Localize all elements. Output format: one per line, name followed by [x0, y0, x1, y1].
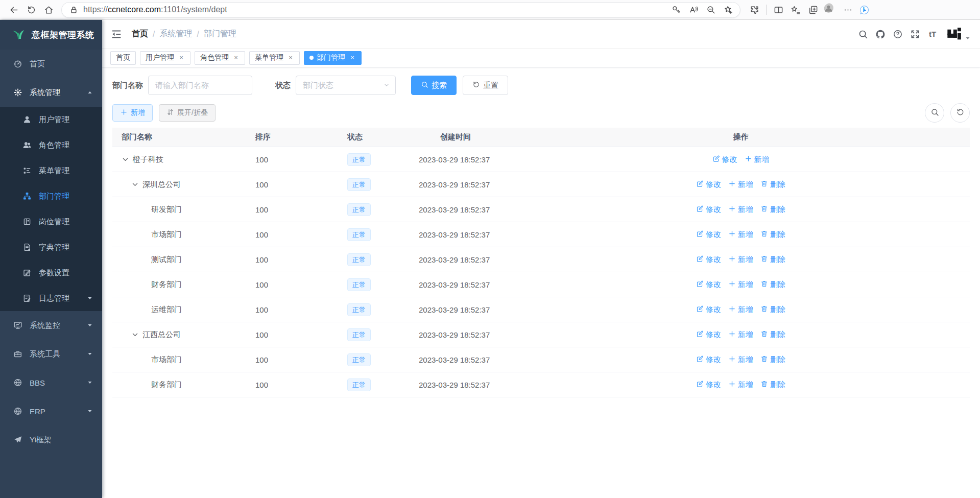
url-text[interactable]: https://ccnetcore.com:1101/system/dept — [83, 5, 667, 14]
tab-首页[interactable]: 首页 — [110, 51, 136, 65]
action-删除[interactable]: 删除 — [760, 205, 785, 215]
action-新增[interactable]: 新增 — [728, 380, 753, 390]
fullscreen-icon[interactable] — [906, 26, 924, 43]
refresh-table-button[interactable] — [950, 103, 970, 123]
sidebar-item-系统管理[interactable]: 系统管理 — [0, 78, 102, 107]
action-新增[interactable]: 新增 — [728, 305, 753, 315]
profile-avatar[interactable] — [822, 2, 839, 17]
sidebar-item-系统监控[interactable]: 系统监控 — [0, 311, 102, 340]
table-row[interactable]: 市场部门100正常2023-03-29 18:52:37修改新增删除 — [112, 222, 970, 247]
read-aloud-icon[interactable] — [685, 2, 702, 17]
action-删除[interactable]: 删除 — [760, 255, 785, 265]
table-row[interactable]: 江西总公司100正常2023-03-29 18:52:37修改新增删除 — [112, 322, 970, 347]
action-新增[interactable]: 新增 — [745, 155, 770, 164]
action-修改[interactable]: 修改 — [696, 305, 721, 315]
action-修改[interactable]: 修改 — [696, 380, 721, 390]
action-删除[interactable]: 删除 — [760, 180, 785, 189]
back-arrow-icon[interactable] — [5, 2, 22, 17]
add-button[interactable]: 新增 — [112, 104, 153, 122]
collections-icon[interactable] — [804, 2, 822, 17]
more-options-icon[interactable] — [839, 2, 856, 17]
action-修改[interactable]: 修改 — [712, 155, 737, 164]
action-删除[interactable]: 删除 — [760, 380, 785, 390]
sidebar-item-字典管理[interactable]: 字典管理 — [0, 234, 102, 260]
add-favorite-icon[interactable] — [720, 2, 737, 17]
sidebar-collapse-icon[interactable] — [110, 28, 123, 40]
zoom-out-icon[interactable] — [702, 2, 720, 17]
caret-down-icon[interactable] — [965, 34, 971, 40]
close-icon[interactable]: × — [349, 54, 356, 61]
font-size-icon[interactable]: tT — [924, 26, 941, 43]
app-logo-avatar[interactable] — [946, 27, 962, 42]
sidebar-item-BBS[interactable]: BBS — [0, 368, 102, 397]
action-新增[interactable]: 新增 — [728, 330, 753, 340]
sidebar-item-日志管理[interactable]: 日志管理 — [0, 286, 102, 311]
key-icon[interactable] — [667, 2, 685, 17]
action-修改[interactable]: 修改 — [696, 330, 721, 340]
action-删除[interactable]: 删除 — [760, 230, 785, 240]
sidebar-item-参数设置[interactable]: 参数设置 — [0, 260, 102, 286]
sidebar-item-Yi框架[interactable]: Yi框架 — [0, 425, 102, 454]
close-icon[interactable]: × — [232, 54, 240, 61]
table-row[interactable]: 市场部门100正常2023-03-29 18:52:37修改新增删除 — [112, 347, 970, 372]
action-新增[interactable]: 新增 — [728, 205, 753, 215]
action-删除[interactable]: 删除 — [760, 305, 785, 315]
address-bar[interactable]: https://ccnetcore.com:1101/system/dept — [61, 2, 740, 18]
app-logo[interactable]: 意框架管理系统 — [0, 20, 102, 50]
tree-expand-icon[interactable] — [131, 181, 139, 188]
action-修改[interactable]: 修改 — [696, 280, 721, 290]
sidebar-item-菜单管理[interactable]: 菜单管理 — [0, 158, 102, 183]
github-icon[interactable] — [872, 26, 889, 43]
table-row[interactable]: 橙子科技100正常2023-03-29 18:52:37修改新增 — [112, 147, 970, 172]
breadcrumb-item-系统管理[interactable]: 系统管理 — [159, 29, 192, 39]
dept-name-input[interactable]: 请输入部门名称 — [148, 76, 252, 95]
table-row[interactable]: 财务部门100正常2023-03-29 18:52:37修改新增删除 — [112, 372, 970, 397]
close-icon[interactable]: × — [287, 54, 294, 61]
action-修改[interactable]: 修改 — [696, 355, 721, 365]
tab-角色管理[interactable]: 角色管理× — [195, 51, 245, 65]
sidebar-item-部门管理[interactable]: 部门管理 — [0, 183, 102, 209]
search-icon[interactable] — [854, 26, 872, 43]
tab-用户管理[interactable]: 用户管理× — [140, 51, 190, 65]
action-修改[interactable]: 修改 — [696, 205, 721, 215]
lock-icon[interactable] — [68, 2, 79, 17]
action-修改[interactable]: 修改 — [696, 255, 721, 265]
action-修改[interactable]: 修改 — [696, 180, 721, 189]
close-icon[interactable]: × — [178, 54, 185, 61]
action-删除[interactable]: 删除 — [760, 355, 785, 365]
refresh-icon[interactable] — [22, 2, 40, 17]
table-row[interactable]: 研发部门100正常2023-03-29 18:52:37修改新增删除 — [112, 197, 970, 222]
action-新增[interactable]: 新增 — [728, 280, 753, 290]
sidebar-item-用户管理[interactable]: 用户管理 — [0, 107, 102, 132]
action-修改[interactable]: 修改 — [696, 230, 721, 240]
split-screen-icon[interactable] — [770, 2, 787, 17]
action-删除[interactable]: 删除 — [760, 280, 785, 290]
action-新增[interactable]: 新增 — [728, 180, 753, 189]
copilot-icon[interactable] — [856, 2, 872, 17]
extensions-icon[interactable] — [746, 2, 763, 17]
action-新增[interactable]: 新增 — [728, 355, 753, 365]
breadcrumb-item-首页[interactable]: 首页 — [132, 29, 148, 39]
home-icon[interactable] — [40, 2, 57, 17]
help-icon[interactable] — [889, 26, 906, 43]
action-删除[interactable]: 删除 — [760, 330, 785, 340]
sidebar-item-系统工具[interactable]: 系统工具 — [0, 340, 102, 368]
action-新增[interactable]: 新增 — [728, 230, 753, 240]
expand-collapse-button[interactable]: 展开/折叠 — [159, 104, 216, 122]
status-select[interactable]: 部门状态 — [296, 76, 396, 95]
table-row[interactable]: 深圳总公司100正常2023-03-29 18:52:37修改新增删除 — [112, 172, 970, 197]
tree-expand-icon[interactable] — [122, 156, 129, 163]
action-新增[interactable]: 新增 — [728, 255, 753, 265]
sidebar-item-ERP[interactable]: ERP — [0, 397, 102, 425]
table-row[interactable]: 运维部门100正常2023-03-29 18:52:37修改新增删除 — [112, 297, 970, 322]
sidebar-item-首页[interactable]: 首页 — [0, 50, 102, 78]
sidebar-item-角色管理[interactable]: 角色管理 — [0, 132, 102, 158]
show-search-button[interactable] — [925, 103, 944, 123]
search-button[interactable]: 搜索 — [411, 76, 457, 95]
tab-菜单管理[interactable]: 菜单管理× — [249, 51, 300, 65]
sidebar-item-岗位管理[interactable]: 岗位管理 — [0, 209, 102, 234]
favorites-icon[interactable] — [787, 2, 804, 17]
table-row[interactable]: 财务部门100正常2023-03-29 18:52:37修改新增删除 — [112, 272, 970, 297]
tree-expand-icon[interactable] — [131, 331, 139, 339]
tab-部门管理[interactable]: 部门管理× — [304, 51, 362, 65]
